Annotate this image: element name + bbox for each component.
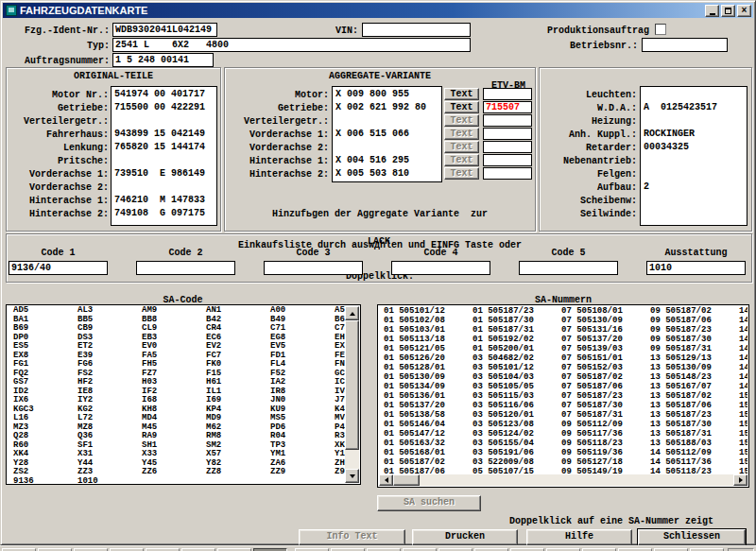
field-value (335, 142, 441, 155)
text-button: Text (444, 128, 479, 140)
sa-nummer-cell: 07 505187/30 (561, 401, 650, 410)
sa-nummer-cell: 14 505117/36 (650, 457, 739, 467)
list-item[interactable]: MZ3MZ8M45M62PD6P44 (8, 423, 345, 433)
text-button[interactable]: Text (444, 88, 479, 100)
sa-nummer-cell: 09 505127/18 (561, 457, 650, 467)
taskbar (0, 545, 756, 551)
scroll-down-button[interactable] (345, 469, 359, 483)
list-item[interactable]: 01 505128/0103 505101/1207 505152/0313 5… (379, 363, 747, 372)
list-item[interactable]: ES5ET2EV0EV2EV5EX3 (8, 342, 345, 352)
list-item[interactable]: 01 505163/3203 505155/0409 505118/2313 5… (379, 439, 747, 448)
etv-bm-field[interactable]: 715507 (483, 101, 532, 113)
scroll-left-button[interactable] (379, 474, 393, 486)
sa-nummer-cell: 01 505138/58 (384, 410, 472, 420)
lack-input[interactable] (391, 261, 490, 275)
right-arrow-icon (739, 477, 743, 483)
list-item[interactable]: 01 505102/0801 505187/3007 505130/0909 5… (379, 316, 747, 325)
field-label: Verteilergetr.: (7, 115, 109, 129)
sa-nummer-cell: 01 505187/02 (384, 457, 472, 467)
drucken-button[interactable]: Drucken (412, 529, 518, 545)
sa-nummer-cell: 13 505187/02 (650, 391, 739, 401)
list-item[interactable]: KGC3KG2KH8KP4KU9K40 (8, 405, 345, 415)
vin-input[interactable] (362, 23, 471, 37)
scrollbar-thumb[interactable] (345, 320, 359, 450)
sa-code-scrollbar[interactable] (345, 306, 359, 483)
auftragsnummer-input[interactable]: 1 5 248 00141 (112, 53, 214, 67)
list-item[interactable]: AD5AL3AM9AN1A00A57 (8, 306, 345, 316)
list-item[interactable]: GS7HF2H03H61IA2IC1 (8, 378, 345, 387)
etv-bm-field[interactable] (483, 154, 532, 166)
list-item[interactable]: 01 505147/1203 505124/0209 505117/3613 5… (379, 429, 747, 439)
list-item[interactable]: 01 505168/0103 505191/0609 505119/3614 5… (379, 448, 747, 457)
minimize-button[interactable] (705, 5, 719, 17)
sa-nummer-cell: 03 505116/06 (472, 401, 561, 410)
maximize-button[interactable] (721, 5, 735, 17)
sa-code-cell: 9136 (13, 477, 77, 484)
maximize-icon (725, 8, 731, 14)
fzg-ident-input[interactable]: WDB9302041L042149 8 (112, 23, 217, 37)
list-item[interactable]: R60SF1SH1SM2TP3XK0 (8, 441, 345, 451)
list-item[interactable]: B69CB9CL9CR4C71C73 (8, 324, 345, 334)
lack-label: Code 4 (391, 248, 490, 259)
scroll-right-button[interactable] (733, 474, 747, 486)
list-item[interactable]: 01 505137/2003 505116/0607 505187/3013 5… (379, 401, 747, 410)
list-item[interactable]: 01 505130/0903 505104/0307 505187/0213 5… (379, 372, 747, 382)
list-item[interactable]: 01 505187/0203 522009/0809 505127/1814 5… (379, 457, 747, 467)
list-item[interactable]: 01 505126/2003 504682/0207 505151/0113 5… (379, 353, 747, 363)
sa-suchen-button[interactable]: SA suchen (377, 495, 481, 511)
list-item[interactable]: FQ2FS2FZ7F15F52GC3 (8, 370, 345, 379)
list-item[interactable]: FG1FG6FH5FK0FL4FN2 (8, 360, 345, 370)
minimize-icon (710, 13, 715, 15)
sa-nummer-cell: 01 505192/02 (472, 335, 561, 344)
list-item[interactable]: 01 505103/0101 505187/3107 505131/1609 5… (379, 325, 747, 335)
etv-bm-field[interactable] (483, 88, 532, 100)
sa-nummern-scrollbar[interactable] (379, 474, 747, 486)
scroll-up-button[interactable] (345, 306, 359, 320)
etv-bm-field[interactable] (483, 141, 532, 153)
list-item[interactable]: 01 505136/0103 505115/0307 505187/2313 5… (379, 391, 747, 401)
lack-input[interactable]: 9136/40 (9, 261, 108, 275)
list-item[interactable]: 01 505121/0501 505200/0107 505139/0309 5… (379, 344, 747, 353)
list-item[interactable]: 01 505138/5803 505120/0107 505187/3113 5… (379, 410, 747, 420)
hilfe-button[interactable]: Hilfe (526, 529, 632, 545)
etv-bm-field[interactable] (483, 114, 532, 127)
field-label: W.D.A.: (540, 102, 637, 115)
produktionsauftrag-checkbox[interactable] (655, 24, 666, 35)
list-item[interactable]: L16L72MD4MD9MS5MV3 (8, 414, 345, 423)
zusatz-values[interactable]: A 0125423517ROCKINGER000343252 (640, 86, 747, 226)
betriebsnr-input[interactable] (642, 38, 728, 52)
original-teile-values[interactable]: 541974 00 401717715500 00 422291943899 1… (111, 86, 217, 226)
list-item[interactable]: BA1BB5BB8B42B49B62 (8, 316, 345, 325)
etv-bm-field[interactable] (483, 128, 532, 140)
etv-bm-field[interactable] (483, 167, 532, 180)
field-label: Getriebe: (7, 102, 109, 115)
list-item[interactable]: Y28Y44Y45Y82ZA6ZH2 (8, 459, 345, 469)
sa-code-cell: Z99 (335, 468, 345, 477)
lack-input[interactable]: 1010 (646, 261, 746, 275)
list-item[interactable]: 01 505134/0903 505105/0507 505187/0613 5… (379, 382, 747, 391)
lack-input[interactable] (136, 261, 235, 275)
lack-input[interactable] (264, 261, 363, 275)
typ-input[interactable]: 2541 L 6X2 4800 (112, 38, 471, 52)
list-item[interactable]: 01 505146/0403 505123/0809 505112/0913 5… (379, 420, 747, 429)
schliessen-button[interactable]: Schliessen (638, 529, 746, 545)
list-item[interactable]: 01 505101/1201 505187/2307 505108/0109 5… (379, 306, 747, 316)
list-item[interactable]: EX8E39FA5FC7FD1FE5 (8, 352, 345, 361)
text-button[interactable]: Text (444, 101, 479, 113)
scrollbar-thumb[interactable] (393, 474, 420, 486)
info-text-button[interactable]: Info Text (299, 529, 405, 545)
aggregate-values[interactable]: X 009 800 955X 002 621 992 80X 006 515 0… (332, 86, 442, 182)
list-item[interactable]: Q28Q36RA9RM8R04R38 (8, 432, 345, 441)
sa-nummer-cell: 01 505134/09 (384, 382, 472, 391)
list-item[interactable]: ID2IE8IF2IL1IR8IV4 (8, 387, 345, 397)
close-button[interactable]: × (737, 5, 751, 17)
list-item[interactable]: XK4X31X33X57YM1Y10 (8, 450, 345, 459)
list-item[interactable]: IX6IY2I68I69JN0J70 (8, 396, 345, 405)
list-item[interactable]: 91361010 (8, 477, 345, 484)
sa-nummer-cell: 13 505129/13 (650, 353, 739, 363)
lack-input[interactable] (519, 261, 618, 275)
list-item[interactable]: 01 505113/1801 505192/0207 505137/2009 5… (379, 335, 747, 344)
list-item[interactable]: DP0DS3EB3EC6EG8EH5 (8, 334, 345, 343)
list-item[interactable]: ZS2ZZ3ZZ6ZZ8ZZ9Z99 (8, 468, 345, 477)
sa-nummer-cell: 09 505187/06 (650, 316, 739, 325)
